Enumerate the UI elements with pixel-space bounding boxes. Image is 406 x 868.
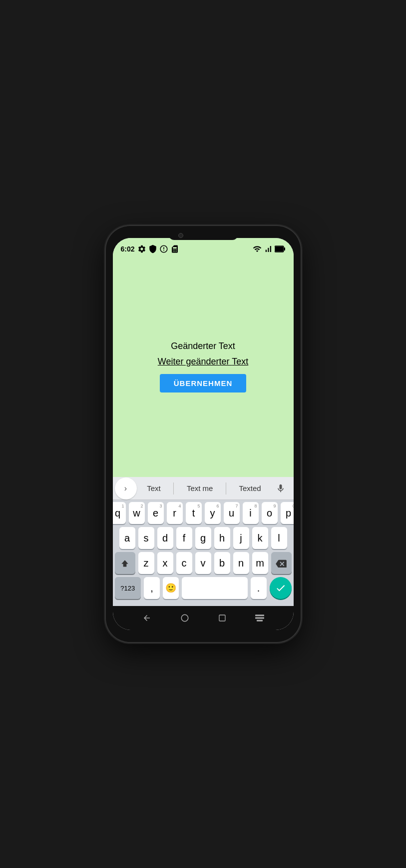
chevron-right-icon: › xyxy=(124,484,127,493)
keyboard-button[interactable] xyxy=(255,614,264,622)
nav-bar xyxy=(113,606,294,630)
key-n[interactable]: n xyxy=(233,552,249,574)
key-row-1: 1q 2w 3e 4r 5t 6y 7u 8i 9o 0p xyxy=(115,502,292,524)
shift-icon xyxy=(120,558,130,568)
suggestions-bar: › Text Text me Texted xyxy=(113,477,294,500)
status-left: 6:02 xyxy=(121,244,179,254)
key-u[interactable]: 7u xyxy=(224,502,240,524)
key-row-3: z x c v b n m xyxy=(115,552,292,574)
phone-shell: 6:02 xyxy=(106,226,301,642)
back-button[interactable] xyxy=(142,614,151,622)
key-w[interactable]: 2w xyxy=(129,502,145,524)
status-time: 6:02 xyxy=(121,245,135,253)
keyboard-area: › Text Text me Texted xyxy=(113,477,294,606)
delete-key[interactable] xyxy=(271,552,292,574)
key-k[interactable]: k xyxy=(252,527,268,549)
sim-icon xyxy=(170,244,179,254)
status-bar: 6:02 xyxy=(113,238,294,256)
data-saver-icon xyxy=(159,244,168,254)
key-q[interactable]: 1q xyxy=(113,502,126,524)
shift-key[interactable] xyxy=(115,552,135,574)
key-j[interactable]: j xyxy=(233,527,249,549)
suggestions-list: Text Text me Texted xyxy=(139,482,270,494)
key-row-2: a s d f g h j k l xyxy=(115,527,292,549)
suggestion-texted[interactable]: Texted xyxy=(235,482,265,494)
status-icons xyxy=(137,244,179,254)
apply-button[interactable]: ÜBERNEHMEN xyxy=(160,374,247,392)
comma-key[interactable]: , xyxy=(144,577,160,599)
key-d[interactable]: d xyxy=(157,527,173,549)
text-line2: Weiter geänderter Text xyxy=(158,356,248,367)
mic-button[interactable] xyxy=(270,478,292,500)
suggestion-divider-1 xyxy=(173,482,174,494)
svg-rect-1 xyxy=(284,248,285,250)
signal-icon xyxy=(264,244,273,254)
backspace-icon xyxy=(276,558,287,568)
suggestion-text-me[interactable]: Text me xyxy=(183,482,217,494)
camera-dot xyxy=(178,233,183,238)
keyboard-icon xyxy=(255,614,264,622)
checkmark-icon xyxy=(275,582,286,594)
key-o[interactable]: 9o xyxy=(262,502,278,524)
svg-rect-7 xyxy=(257,620,263,622)
space-key[interactable] xyxy=(182,577,247,599)
key-i[interactable]: 8i xyxy=(243,502,259,524)
key-x[interactable]: x xyxy=(157,552,173,574)
wifi-icon xyxy=(253,244,262,254)
svg-rect-6 xyxy=(255,618,264,619)
suggestion-divider-2 xyxy=(226,482,226,494)
mic-icon xyxy=(276,484,286,494)
back-icon xyxy=(142,614,151,622)
key-b[interactable]: b xyxy=(214,552,230,574)
suggestions-expand-button[interactable]: › xyxy=(115,478,137,500)
phone-screen: 6:02 xyxy=(113,238,294,630)
home-button[interactable] xyxy=(180,614,189,622)
svg-rect-4 xyxy=(219,615,225,621)
key-h[interactable]: h xyxy=(214,527,230,549)
key-m[interactable]: m xyxy=(252,552,268,574)
key-p[interactable]: 0p xyxy=(281,502,294,524)
recents-button[interactable] xyxy=(218,614,226,622)
key-s[interactable]: s xyxy=(138,527,154,549)
settings-icon xyxy=(137,244,146,254)
numbers-key[interactable]: ?123 xyxy=(115,577,141,599)
camera-bar xyxy=(168,231,238,240)
suggestion-text[interactable]: Text xyxy=(143,482,165,494)
svg-rect-5 xyxy=(255,614,264,616)
status-right xyxy=(253,244,286,254)
key-y[interactable]: 6y xyxy=(205,502,221,524)
emoji-key[interactable]: 🙂 xyxy=(163,577,179,599)
svg-rect-2 xyxy=(275,246,283,252)
shield-icon xyxy=(148,244,157,254)
battery-icon xyxy=(275,246,286,252)
period-key[interactable]: . xyxy=(251,577,267,599)
key-l[interactable]: l xyxy=(271,527,287,549)
key-a[interactable]: a xyxy=(119,527,135,549)
key-r[interactable]: 4r xyxy=(167,502,183,524)
key-g[interactable]: g xyxy=(195,527,211,549)
key-z[interactable]: z xyxy=(138,552,154,574)
key-c[interactable]: c xyxy=(176,552,192,574)
text-line1: Geänderter Text xyxy=(171,341,235,352)
key-t[interactable]: 5t xyxy=(186,502,202,524)
enter-key[interactable] xyxy=(270,577,292,599)
key-row-4: ?123 , 🙂 . xyxy=(115,577,292,601)
svg-point-3 xyxy=(181,614,188,622)
key-e[interactable]: 3e xyxy=(148,502,164,524)
key-v[interactable]: v xyxy=(195,552,211,574)
recents-icon xyxy=(218,614,226,622)
home-icon xyxy=(180,614,189,622)
app-content: Geänderter Text Weiter geänderter Text Ü… xyxy=(113,256,294,477)
key-f[interactable]: f xyxy=(176,527,192,549)
keyboard-keys: 1q 2w 3e 4r 5t 6y 7u 8i 9o 0p a s d f xyxy=(113,500,294,601)
